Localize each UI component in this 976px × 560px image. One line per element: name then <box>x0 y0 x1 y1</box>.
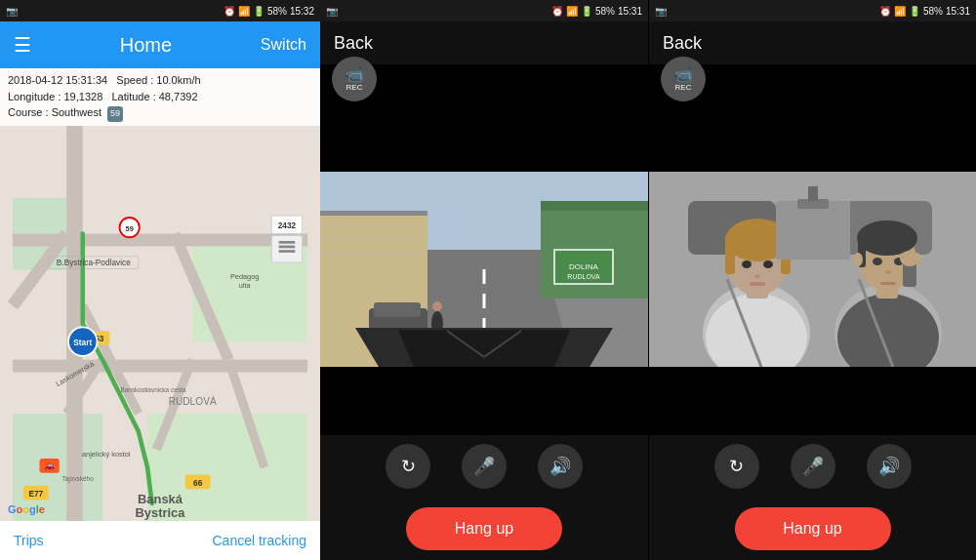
time-v1: 15:31 <box>618 6 642 17</box>
time-display: 15:32 <box>290 6 314 17</box>
back-button-2[interactable]: Back <box>663 33 702 54</box>
svg-text:Bystrica: Bystrica <box>136 504 186 519</box>
rec-cam-icon-2: 📹 <box>673 67 693 83</box>
refresh-icon-2: ↻ <box>729 456 744 477</box>
svg-rect-5 <box>66 126 83 522</box>
svg-text:2432: 2432 <box>278 220 297 230</box>
rec-label-1: REC <box>346 83 363 92</box>
video-bottom-black-2 <box>649 367 976 435</box>
map-svg: 163 E77 66 Banská Bystrica RUDLOVÁ B.Bys… <box>0 126 320 522</box>
svg-marker-62 <box>398 330 570 367</box>
svg-text:RUDLOVÁ: RUDLOVÁ <box>169 394 217 406</box>
video-header-2: Back <box>649 21 976 64</box>
interior-panel: 📷 ⏰ 📶 🔋 58% 15:31 Back 📹 REC <box>648 0 976 560</box>
svg-text:🚗: 🚗 <box>44 460 56 471</box>
speaker-icon-1: 🔊 <box>549 456 571 477</box>
svg-text:Banskostiavnicka cesta: Banskostiavnicka cesta <box>120 385 185 392</box>
mute-icon-2: 🎤 <box>802 456 824 477</box>
svg-rect-34 <box>279 245 296 248</box>
trips-button[interactable]: Trips <box>14 533 44 548</box>
svg-point-60 <box>432 301 442 311</box>
alarm-v1: ⏰ <box>551 6 563 17</box>
svg-text:Tajovského: Tajovského <box>62 475 95 483</box>
svg-text:Banská: Banská <box>138 492 183 506</box>
svg-rect-35 <box>279 250 296 253</box>
dashcam-panel: 📷 ⏰ 📶 🔋 58% 15:31 Back 📹 REC <box>320 0 648 560</box>
course: Course : Southwest <box>8 106 102 118</box>
battery-pct-v2: 58% <box>923 6 943 17</box>
coords: Longitude : 19,1328 Latitude : 48,7392 <box>8 89 312 105</box>
course-row: Course : Southwest 59 <box>8 104 312 122</box>
battery-pct-v1: 58% <box>595 6 615 17</box>
status-icons: ⏰ 📶 🔋 58% 15:32 <box>224 6 314 17</box>
battery-v2: 🔋 <box>909 6 920 17</box>
svg-rect-58 <box>374 302 421 317</box>
hangup-button-1[interactable]: Hang up <box>406 507 562 550</box>
map-area: 163 E77 66 Banská Bystrica RUDLOVÁ B.Bys… <box>0 126 320 522</box>
refresh-icon-1: ↻ <box>401 456 416 477</box>
mute-button-2[interactable]: 🎤 <box>791 444 835 489</box>
dashcam-feed: DOLINA RUDLOVA <box>320 172 648 367</box>
rec-cam-icon-1: 📹 <box>345 67 364 83</box>
course-badge: 59 <box>107 106 123 122</box>
menu-icon[interactable]: ☰ <box>14 33 31 57</box>
svg-text:66: 66 <box>193 477 203 487</box>
info-bar: 2018-04-12 15:31:34 Speed : 10.0km/h Lon… <box>0 68 320 126</box>
back-button-1[interactable]: Back <box>334 33 373 54</box>
refresh-button-2[interactable]: ↻ <box>714 444 759 489</box>
cam-icon-v1: 📷 <box>326 6 338 17</box>
alarm-icon: ⏰ <box>224 6 235 17</box>
status-bar-map: 📷 ⏰ 📶 🔋 58% 15:32 <box>0 0 320 21</box>
hangup-row-1: Hang up <box>320 498 648 560</box>
hangup-button-2[interactable]: Hang up <box>735 507 891 550</box>
google-logo: Google <box>8 503 45 515</box>
longitude: Longitude : 19,1328 <box>8 91 102 102</box>
svg-rect-53 <box>541 201 648 211</box>
controls-row-1: ↻ 🎤 🔊 <box>320 435 648 498</box>
time-v2: 15:31 <box>946 6 970 17</box>
svg-text:Pedagog: Pedagog <box>230 271 259 280</box>
wifi-v2: 📶 <box>894 6 906 17</box>
svg-rect-7 <box>13 359 307 372</box>
svg-text:E77: E77 <box>28 488 43 498</box>
svg-text:ulta: ulta <box>239 280 252 289</box>
svg-rect-32 <box>271 235 302 262</box>
svg-text:B.Bystrica-Podlavice: B.Bystrica-Podlavice <box>57 257 131 266</box>
svg-rect-48 <box>320 211 427 216</box>
controls-row-2: ↻ 🎤 🔊 <box>649 435 976 498</box>
datetime-speed: 2018-04-12 15:31:34 Speed : 10.0km/h <box>8 72 312 89</box>
battery-icon: 🔋 <box>253 6 264 17</box>
svg-rect-33 <box>279 240 296 243</box>
status-bar-video1: 📷 ⏰ 📶 🔋 58% 15:31 <box>320 0 648 21</box>
rec-button-1[interactable]: 📹 REC <box>332 57 377 101</box>
dashcam-svg: DOLINA RUDLOVA <box>320 172 648 367</box>
interior-svg <box>649 172 976 367</box>
video-bottom-black-1 <box>320 367 648 435</box>
mute-button-1[interactable]: 🎤 <box>462 444 507 489</box>
svg-text:Start: Start <box>73 337 92 346</box>
rec-label-2: REC <box>675 83 692 92</box>
interior-feed <box>649 172 976 367</box>
mute-icon-1: 🎤 <box>473 456 495 477</box>
status-bar-video2: 📷 ⏰ 📶 🔋 58% 15:31 <box>649 0 976 21</box>
refresh-button-1[interactable]: ↻ <box>386 444 430 489</box>
latitude: Latitude : 48,7392 <box>111 91 197 102</box>
switch-button[interactable]: Switch <box>261 36 306 54</box>
hangup-row-2: Hang up <box>649 498 976 560</box>
speed: Speed : 10.0km/h <box>116 74 200 86</box>
cam-icon-v2: 📷 <box>655 6 667 17</box>
app-title: Home <box>120 34 172 57</box>
battery-v1: 🔋 <box>581 6 592 17</box>
cancel-tracking-button[interactable]: Cancel tracking <box>213 533 307 548</box>
speaker-button-2[interactable]: 🔊 <box>867 444 912 489</box>
app-header: ☰ Home Switch <box>0 21 320 68</box>
wifi-v1: 📶 <box>566 6 578 17</box>
svg-text:anjelický kostol: anjelický kostol <box>82 450 131 459</box>
status-icons-v2: ⏰ 📶 🔋 58% 15:31 <box>879 6 970 17</box>
wifi-icon: 📶 <box>238 6 250 17</box>
camera-icon-status: 📷 <box>6 6 18 17</box>
speaker-button-1[interactable]: 🔊 <box>538 444 583 489</box>
rec-button-2[interactable]: 📹 REC <box>661 57 706 101</box>
status-icons-v1: ⏰ 📶 🔋 58% 15:31 <box>551 6 642 17</box>
video-header-1: Back <box>320 21 648 64</box>
